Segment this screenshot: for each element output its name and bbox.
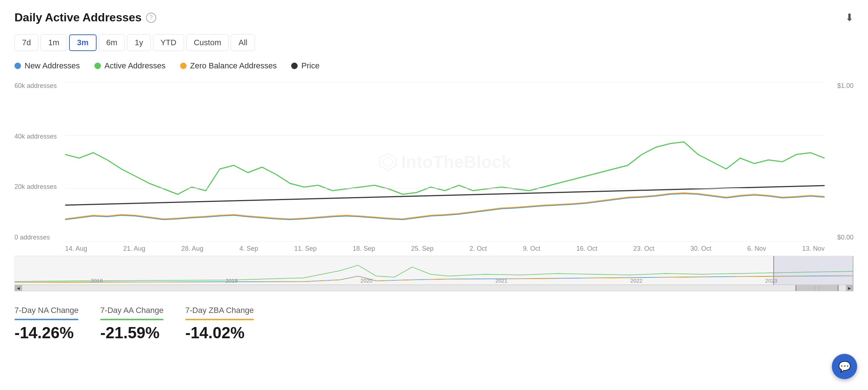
scroll-track[interactable]: ⋮⋮ xyxy=(795,285,839,291)
x-label-12: 6. Nov xyxy=(747,245,766,253)
x-label-2: 28. Aug xyxy=(181,245,203,253)
zero-balance-line xyxy=(65,193,825,219)
legend-active-addresses: Active Addresses xyxy=(94,61,166,71)
x-label-0: 14. Aug xyxy=(65,245,87,253)
x-label-5: 18. Sep xyxy=(353,245,375,253)
grid-line-mid2 xyxy=(65,188,825,188)
mini-year-2020: 2020 xyxy=(361,277,373,284)
x-axis: 14. Aug 21. Aug 28. Aug 4. Sep 11. Sep 1… xyxy=(65,241,825,256)
chart-svg-container: IntoTheBlock xyxy=(65,82,825,241)
stat-zba-value: -14.02% xyxy=(185,324,254,342)
chart-legend: New Addresses Active Addresses Zero Bala… xyxy=(14,61,854,71)
stat-zba-label: 7-Day ZBA Change xyxy=(185,306,254,315)
grid-line-top xyxy=(65,82,825,82)
stat-na-bar xyxy=(14,319,78,320)
mini-year-2022: 2022 xyxy=(630,277,642,284)
y-label-40k: 40k addresses xyxy=(14,133,65,140)
new-addresses-line xyxy=(65,194,825,220)
filter-1y[interactable]: 1y xyxy=(127,34,150,51)
fab-icon: 💬 xyxy=(838,361,851,373)
scroll-right-button[interactable]: ▶ xyxy=(846,285,853,291)
x-label-3: 4. Sep xyxy=(239,245,258,253)
mini-year-2023: 2023 xyxy=(765,277,777,284)
x-label-13: 13. Nov xyxy=(802,245,825,253)
mini-year-2019: 2019 xyxy=(226,277,238,284)
stats-row: 7-Day NA Change -14.26% 7-Day AA Change … xyxy=(14,291,854,342)
x-label-4: 11. Sep xyxy=(294,245,316,253)
legend-dot-zero xyxy=(180,63,187,69)
legend-price: Price xyxy=(291,61,319,71)
y-label-0dollar: $0.00 xyxy=(837,234,854,241)
legend-label-zero: Zero Balance Addresses xyxy=(190,61,277,71)
y-label-60k: 60k addresses xyxy=(14,82,65,90)
mini-scrollbar[interactable]: ◀ ⋮⋮ ▶ xyxy=(14,285,854,291)
x-label-9: 16. Oct xyxy=(576,245,597,253)
stat-aa-value: -21.59% xyxy=(100,324,163,342)
mini-year-2018: 2018 xyxy=(91,277,103,284)
x-label-10: 23. Oct xyxy=(633,245,654,253)
y-axis-right: $1.00 $0.00 xyxy=(825,82,854,241)
legend-label-price: Price xyxy=(301,61,319,71)
stat-na-label: 7-Day NA Change xyxy=(14,306,78,315)
mini-year-2021: 2021 xyxy=(495,277,507,284)
legend-label-new: New Addresses xyxy=(25,61,80,71)
legend-zero-balance: Zero Balance Addresses xyxy=(180,61,277,71)
header-row: Daily Active Addresses ? ⬇ xyxy=(14,11,854,24)
x-label-1: 21. Aug xyxy=(123,245,145,253)
mini-chart-container: 2018 2019 2020 2021 2022 2023 ◀ ⋮⋮ ▶ xyxy=(14,256,854,291)
x-label-7: 2. Oct xyxy=(469,245,487,253)
stat-aa-label: 7-Day AA Change xyxy=(100,306,163,315)
x-label-8: 9. Oct xyxy=(523,245,540,253)
stat-aa-change: 7-Day AA Change -21.59% xyxy=(100,306,163,342)
floating-action-button[interactable]: 💬 xyxy=(832,354,857,379)
filter-7d[interactable]: 7d xyxy=(14,34,38,51)
y-axis-left: 60k addresses 40k addresses 20k addresse… xyxy=(14,82,65,241)
time-filter-group: 7d 1m 3m 6m 1y YTD Custom All xyxy=(14,34,854,51)
legend-dot-price xyxy=(291,63,298,69)
mini-chart[interactable]: 2018 2019 2020 2021 2022 2023 xyxy=(14,256,854,285)
download-button[interactable]: ⬇ xyxy=(845,12,854,24)
filter-all[interactable]: All xyxy=(231,34,255,51)
stat-na-value: -14.26% xyxy=(14,324,78,342)
main-chart-area: 60k addresses 40k addresses 20k addresse… xyxy=(14,82,854,256)
stat-zba-bar xyxy=(185,319,254,320)
filter-ytd[interactable]: YTD xyxy=(153,34,184,51)
active-addresses-line xyxy=(65,142,825,194)
title-group: Daily Active Addresses ? xyxy=(14,11,156,24)
y-label-1dollar: $1.00 xyxy=(837,82,854,90)
y-label-20k: 20k addresses xyxy=(14,183,65,191)
filter-3m[interactable]: 3m xyxy=(69,34,97,51)
stat-na-change: 7-Day NA Change -14.26% xyxy=(14,306,78,342)
scroll-left-button[interactable]: ◀ xyxy=(15,285,22,291)
chart-lines-svg xyxy=(65,82,825,241)
legend-dot-active xyxy=(94,63,101,69)
page-title: Daily Active Addresses xyxy=(14,11,142,24)
x-label-6: 25. Sep xyxy=(411,245,434,253)
legend-dot-new xyxy=(14,63,21,69)
help-icon[interactable]: ? xyxy=(146,13,156,23)
stat-aa-bar xyxy=(100,319,163,320)
legend-label-active: Active Addresses xyxy=(105,61,166,71)
y-label-0: 0 addresses xyxy=(14,234,65,241)
legend-new-addresses: New Addresses xyxy=(14,61,80,71)
filter-custom[interactable]: Custom xyxy=(186,34,229,51)
grid-line-mid1 xyxy=(65,135,825,136)
filter-6m[interactable]: 6m xyxy=(99,34,125,51)
x-label-11: 30. Oct xyxy=(690,245,711,253)
filter-1m[interactable]: 1m xyxy=(41,34,67,51)
stat-zba-change: 7-Day ZBA Change -14.02% xyxy=(185,306,254,342)
mini-year-labels: 2018 2019 2020 2021 2022 2023 xyxy=(15,277,853,284)
